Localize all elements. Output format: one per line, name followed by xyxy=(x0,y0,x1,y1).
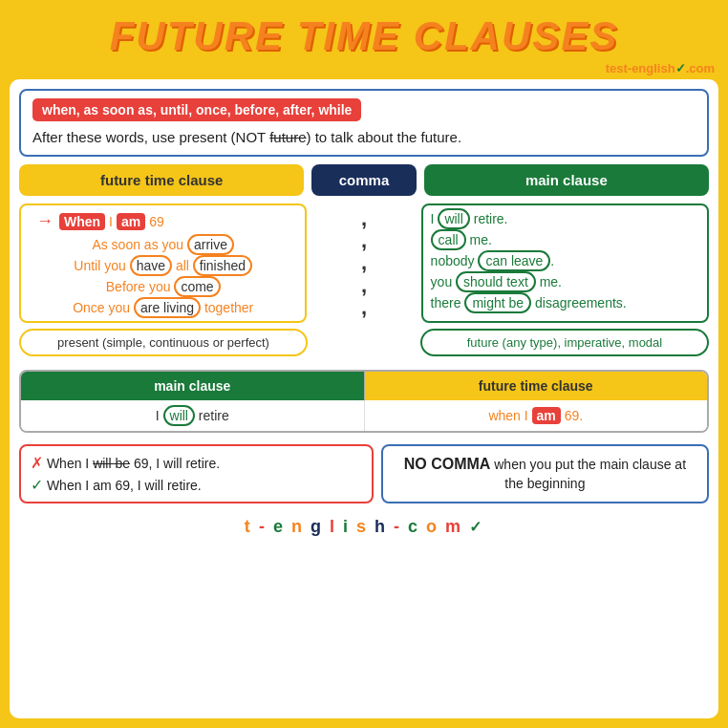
bottom-am: am xyxy=(532,407,561,424)
have-word: have xyxy=(130,255,172,276)
rule-text-2: ) to talk about the future. xyxy=(307,129,462,145)
bottom-main-header: main clause xyxy=(21,372,365,400)
rule-text-1: After these words, use present (NOT xyxy=(32,129,269,145)
label-spacer xyxy=(315,329,413,356)
col-main-data: I will retire. call me. nobody can leave… xyxy=(421,203,709,323)
bottom-future-header: future time clause xyxy=(365,372,708,400)
footer-m: m xyxy=(445,517,462,536)
rule-text: After these words, use present (NOT futu… xyxy=(32,127,696,147)
cross-icon: ✗ xyxy=(31,455,43,471)
comma-5: , xyxy=(361,297,367,318)
footer-e1: e xyxy=(273,517,285,536)
footer-t: t xyxy=(245,517,252,536)
website-top: test-english✓.com xyxy=(10,61,718,75)
col-comma-header: comma xyxy=(311,164,416,196)
footer-g: g xyxy=(310,517,323,536)
bottom-data-row: I will retire when I am 69. xyxy=(21,400,707,431)
footer-l: l xyxy=(330,517,336,536)
bottom-section: ✗ When I will be 69, I will retire. ✓ Wh… xyxy=(19,444,709,503)
can-leave-word: can leave xyxy=(478,250,550,271)
future-row-3: Until you have all finished xyxy=(29,258,297,273)
main-row-2: call me. xyxy=(431,232,699,247)
bottom-data-main: I will retire xyxy=(21,400,365,431)
footer-i: i xyxy=(343,517,350,536)
will-be-strikethrough: will be xyxy=(93,456,130,471)
bottom-data-future: when I am 69. xyxy=(365,400,708,431)
labels-row: present (simple, continuous or perfect) … xyxy=(19,329,709,356)
col-comma-data: , , , , , xyxy=(314,203,413,323)
comma-2: , xyxy=(361,230,367,251)
might-be-word: might be xyxy=(464,292,531,313)
main-row-1: I will retire. xyxy=(431,211,699,226)
footer-o: o xyxy=(426,517,439,536)
website-label: test-english xyxy=(606,61,675,75)
footer-checkmark: ✓ xyxy=(469,519,483,535)
nocomma-text: NO COMMA when you put the main clause at… xyxy=(395,454,696,494)
bottom-will: will xyxy=(163,405,195,426)
main-row-5: there might be disagreements. xyxy=(431,295,699,310)
when-highlight: When xyxy=(59,213,105,230)
outer-border: FUTURE TIME CLAUSES test-english✓.com wh… xyxy=(0,0,728,728)
label-future: future (any type), imperative, modal xyxy=(420,329,709,356)
am-highlight: am xyxy=(117,213,145,230)
footer-sep2: - xyxy=(394,517,408,536)
future-row-5: Once you are living together xyxy=(29,300,297,315)
main-row-4: you should text me. xyxy=(431,274,699,289)
call-word: call xyxy=(431,229,466,250)
finished-word: finished xyxy=(193,255,252,276)
comma-3: , xyxy=(361,252,367,273)
footer-s: s xyxy=(356,517,368,536)
should-text-word: should text xyxy=(456,271,536,292)
example-right: ✓ When I am 69, I will retire. xyxy=(31,476,362,494)
arrow-icon: → xyxy=(36,211,54,231)
table-section: future time clause comma main clause → W… xyxy=(19,164,709,356)
rule-keywords: when, as soon as, until, once, before, a… xyxy=(32,98,361,121)
label-present: present (simple, continuous or perfect) xyxy=(19,329,308,356)
content-area: when, as soon as, until, once, before, a… xyxy=(10,79,718,718)
rule-strikethrough: future xyxy=(269,129,306,145)
footer-sep1: - xyxy=(259,517,273,536)
footer-c: c xyxy=(408,517,419,536)
comma-4: , xyxy=(361,275,367,296)
are-living-word: are living xyxy=(134,297,201,318)
rule-box: when, as soon as, until, once, before, a… xyxy=(19,89,709,157)
website-com: .com xyxy=(686,61,715,75)
footer-h: h xyxy=(375,517,387,536)
col-future-data: → When I am 69 As soon as you arrive Unt… xyxy=(19,203,307,323)
check-icon: ✓ xyxy=(31,477,43,493)
examples-box: ✗ When I will be 69, I will retire. ✓ Wh… xyxy=(19,444,374,503)
come-word: come xyxy=(174,276,220,297)
arrive-word: arrive xyxy=(187,234,234,255)
will-1: will xyxy=(438,208,469,229)
footer: t - e n g l i s h - c o m ✓ xyxy=(19,511,709,539)
example-wrong: ✗ When I will be 69, I will retire. xyxy=(31,454,362,472)
future-row-2: As soon as you arrive xyxy=(29,237,297,252)
main-row-3: nobody can leave. xyxy=(431,253,699,268)
col-main-header: main clause xyxy=(424,164,709,196)
bottom-header-row: main clause future time clause xyxy=(21,372,707,400)
col-future-header: future time clause xyxy=(19,164,304,196)
comma-1: , xyxy=(361,208,367,229)
nocomma-box: NO COMMA when you put the main clause at… xyxy=(381,444,709,503)
future-row-4: Before you come xyxy=(29,279,297,294)
footer-n: n xyxy=(291,517,304,536)
bottom-combined-table: main clause future time clause I will re… xyxy=(19,370,709,433)
page-title: FUTURE TIME CLAUSES xyxy=(10,10,718,61)
header-row: future time clause comma main clause xyxy=(19,164,709,196)
data-rows: → When I am 69 As soon as you arrive Unt… xyxy=(19,203,709,323)
future-row-1: → When I am 69 xyxy=(29,211,297,231)
